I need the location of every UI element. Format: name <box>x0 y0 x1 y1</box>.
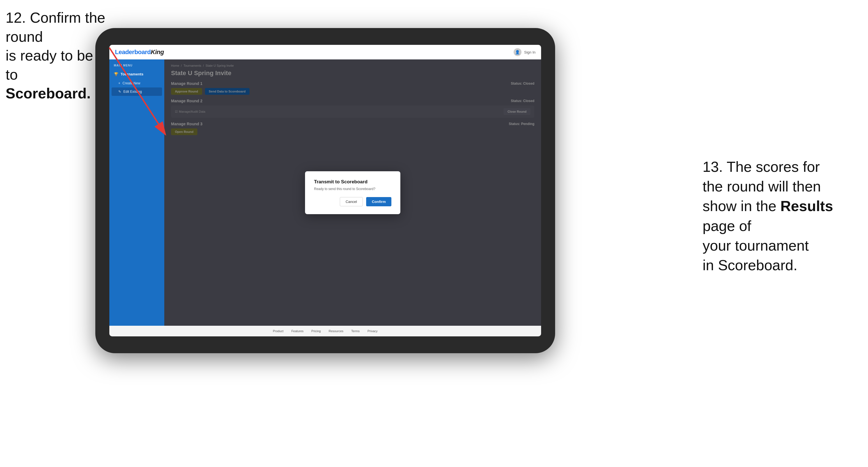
instruction-bottom: 13. The scores for the round will then s… <box>703 157 860 275</box>
footer-features[interactable]: Features <box>291 330 303 333</box>
avatar-icon: 👤 <box>514 48 522 56</box>
modal-title: Transmit to Scoreboard <box>314 179 392 185</box>
sidebar-tournaments-label: Tournaments <box>121 72 143 76</box>
logo-area: LeaderboardKing <box>115 49 164 56</box>
cancel-button[interactable]: Cancel <box>340 197 363 206</box>
main-menu-label: MAIN MENU <box>109 64 164 69</box>
topbar-right: 👤 Sign In <box>514 48 535 56</box>
sidebar-item-tournaments[interactable]: 🏆 Tournaments <box>109 69 164 79</box>
modal-buttons: Cancel Confirm <box>314 197 392 206</box>
instruction-br-5: your tournament <box>703 238 809 254</box>
plus-icon: + <box>118 81 120 85</box>
footer: Product Features Pricing Resources Terms… <box>109 326 541 336</box>
logo-leaderboard: Leaderboard <box>115 49 151 56</box>
trophy-icon: 🏆 <box>114 72 118 76</box>
sidebar-item-create-new[interactable]: + Create New <box>109 79 164 88</box>
footer-terms[interactable]: Terms <box>351 330 360 333</box>
footer-privacy[interactable]: Privacy <box>368 330 378 333</box>
instruction-br-4-rest: page of <box>703 218 751 234</box>
modal-subtitle: Ready to send this round to Scoreboard? <box>314 187 392 191</box>
content-area: Home / Tournaments / State U Spring Invi… <box>164 59 541 326</box>
sidebar: MAIN MENU 🏆 Tournaments + Create New ✎ E… <box>109 59 164 326</box>
logo-king: King <box>151 49 164 56</box>
sidebar-edit-existing-label: Edit Existing <box>123 90 142 94</box>
instruction-line3: Scoreboard. <box>6 85 91 101</box>
tablet-screen: LeaderboardKing 👤 Sign In MAIN MENU 🏆 To… <box>109 45 541 336</box>
confirm-button[interactable]: Confirm <box>366 197 392 206</box>
footer-pricing[interactable]: Pricing <box>311 330 321 333</box>
tablet-device: LeaderboardKing 👤 Sign In MAIN MENU 🏆 To… <box>95 28 555 353</box>
instruction-br-4-bold: Results <box>780 198 833 214</box>
instruction-br-3: show in the <box>703 198 776 214</box>
modal-overlay: Transmit to Scoreboard Ready to send thi… <box>164 59 541 326</box>
signin-label[interactable]: Sign In <box>524 50 535 54</box>
instruction-line1: 12. Confirm the round <box>6 9 105 45</box>
instruction-br-2: the round will then <box>703 178 821 194</box>
sidebar-create-new-label: Create New <box>123 81 140 85</box>
footer-resources[interactable]: Resources <box>329 330 343 333</box>
transmit-modal: Transmit to Scoreboard Ready to send thi… <box>305 171 400 214</box>
logo: LeaderboardKing <box>115 49 164 56</box>
main-area: MAIN MENU 🏆 Tournaments + Create New ✎ E… <box>109 59 541 326</box>
footer-product[interactable]: Product <box>273 330 283 333</box>
instruction-br-1: 13. The scores for <box>703 159 820 175</box>
edit-icon: ✎ <box>118 90 121 94</box>
topbar: LeaderboardKing 👤 Sign In <box>109 45 541 59</box>
sidebar-item-edit-existing[interactable]: ✎ Edit Existing <box>112 88 162 96</box>
instruction-br-6: in Scoreboard. <box>703 257 797 273</box>
